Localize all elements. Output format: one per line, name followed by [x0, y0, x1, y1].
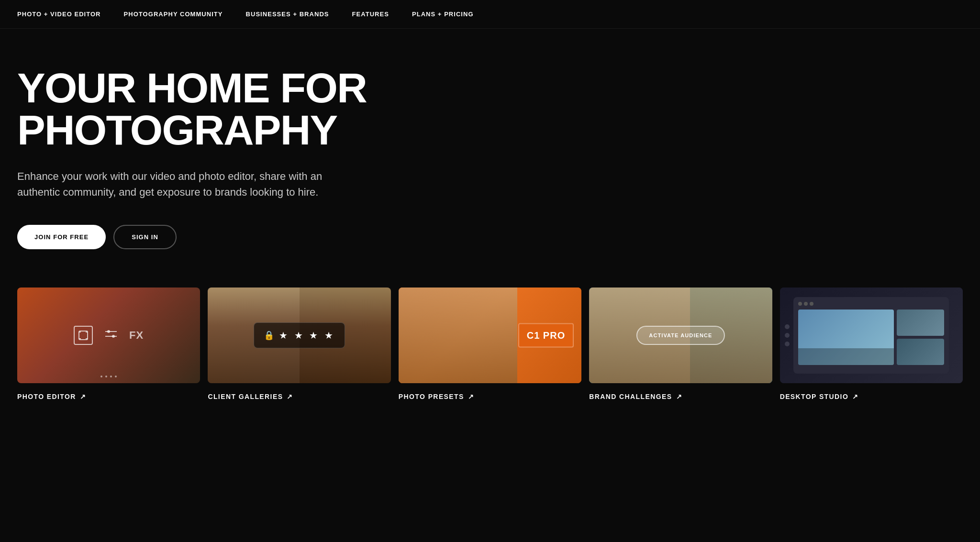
- hero-buttons: JOIN FOR FREE SIGN IN: [17, 225, 509, 249]
- card-photo-presets-label: PHOTO PRESETS ↗: [399, 393, 581, 400]
- card-brand-challenges-label: BRAND CHALLENGES ↗: [589, 393, 772, 400]
- card-brand-challenges[interactable]: ACTIVATE AUDIENCE BRAND CHALLENGES ↗: [589, 288, 772, 400]
- card-desktop-studio[interactable]: DESKTOP STUDIO ↗: [780, 288, 963, 400]
- nav-plans-pricing[interactable]: PLANS + PRICING: [412, 11, 474, 18]
- card-client-galleries[interactable]: 🔒 ★ ★ ★ ★ CLIENT GALLERIES ↗: [208, 288, 390, 400]
- activate-audience-button[interactable]: ACTIVATE AUDIENCE: [636, 326, 724, 345]
- c1pro-badge: C1 PRO: [518, 323, 574, 348]
- card-photo-editor-label: PHOTO EDITOR ↗: [17, 393, 200, 400]
- hero-title: YOUR HOME FOR PHOTOGRAPHY: [17, 67, 509, 151]
- hero-section: YOUR HOME FOR PHOTOGRAPHY Enhance your w…: [0, 29, 526, 278]
- nav-businesses-brands[interactable]: BUSINESSES + BRANDS: [246, 11, 329, 18]
- fx-label: FX: [129, 329, 144, 342]
- svg-point-6: [107, 330, 110, 333]
- hero-subtitle: Enhance your work with our video and pho…: [17, 168, 343, 200]
- nav-photo-video-editor[interactable]: PHOTO + VIDEO EDITOR: [17, 11, 101, 18]
- join-button[interactable]: JOIN FOR FREE: [17, 225, 106, 249]
- editor-frame-icon: [74, 326, 93, 345]
- nav-photography-community[interactable]: PHOTOGRAPHY COMMUNITY: [124, 11, 223, 18]
- card-client-galleries-label: CLIENT GALLERIES ↗: [208, 393, 390, 400]
- editor-dots: [100, 376, 117, 377]
- feature-cards: FX PHOTO EDITOR ↗ 🔒 ★ ★: [0, 278, 980, 429]
- card-photo-presets-image: C1 PRO: [399, 288, 581, 383]
- card-desktop-studio-label: DESKTOP STUDIO ↗: [780, 393, 963, 400]
- card-client-galleries-image: 🔒 ★ ★ ★ ★: [208, 288, 390, 383]
- sliders-icon: [104, 329, 118, 342]
- card-photo-editor[interactable]: FX PHOTO EDITOR ↗: [17, 288, 200, 400]
- card-photo-editor-image: FX: [17, 288, 200, 383]
- card-desktop-studio-image: [780, 288, 963, 383]
- gallery-password-overlay: 🔒 ★ ★ ★ ★: [208, 288, 390, 383]
- password-dots: ★ ★ ★ ★: [279, 330, 335, 341]
- main-nav: PHOTO + VIDEO EDITOR PHOTOGRAPHY COMMUNI…: [0, 0, 980, 29]
- nav-features[interactable]: FEATURES: [352, 11, 389, 18]
- card-brand-challenges-image: ACTIVATE AUDIENCE: [589, 288, 772, 383]
- svg-point-8: [112, 335, 115, 338]
- signin-button[interactable]: SIGN IN: [113, 225, 177, 249]
- lock-icon: 🔒: [264, 330, 274, 341]
- card-photo-presets[interactable]: C1 PRO PHOTO PRESETS ↗: [399, 288, 581, 400]
